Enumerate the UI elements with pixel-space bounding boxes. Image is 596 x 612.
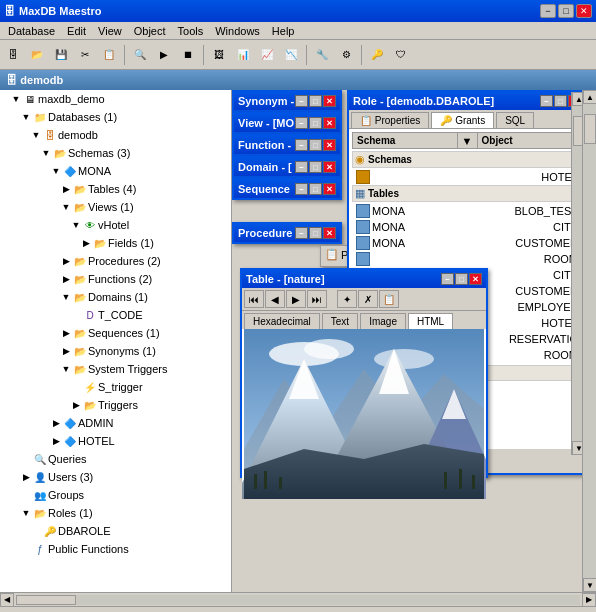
toolbar-btn-12[interactable]: 📉 [280, 44, 302, 66]
tree-scroll[interactable]: ▼ 🖥 maxdb_demo ▼ 📁 Databases (1) ▼ 🗄 dem… [0, 90, 231, 592]
expand-roles[interactable]: ▼ [20, 507, 32, 519]
tree-item-hotel[interactable]: ▶ 🔷 HOTEL [0, 432, 231, 450]
close-button[interactable]: ✕ [576, 4, 592, 18]
tree-item-roles[interactable]: ▼ 📂 Roles (1) [0, 504, 231, 522]
view-min-btn[interactable]: − [295, 117, 308, 129]
expand-queries[interactable] [20, 453, 32, 465]
right-scroll-up[interactable]: ▲ [583, 90, 596, 104]
expand-functions[interactable]: ▶ [60, 273, 72, 285]
function-min-btn[interactable]: − [295, 139, 308, 151]
right-scroll-down[interactable]: ▼ [583, 578, 596, 592]
tab-grants[interactable]: 🔑 Grants [431, 112, 494, 128]
toolbar-btn-11[interactable]: 📈 [256, 44, 278, 66]
sequence-min-btn[interactable]: − [295, 183, 308, 195]
right-scroll-thumb[interactable] [584, 114, 596, 144]
toolbar-btn-16[interactable]: 🛡 [390, 44, 412, 66]
expand-views[interactable]: ▼ [60, 201, 72, 213]
table-close-btn[interactable]: ✕ [469, 273, 482, 285]
expand-domains[interactable]: ▼ [60, 291, 72, 303]
expand-systrig[interactable]: ▼ [60, 363, 72, 375]
scroll-left-btn[interactable]: ◀ [0, 593, 14, 607]
tree-item-domains[interactable]: ▼ 📂 Domains (1) [0, 288, 231, 306]
tree-item-schemas[interactable]: ▼ 📂 Schemas (3) [0, 144, 231, 162]
tree-item-queries[interactable]: 🔍 Queries [0, 450, 231, 468]
tree-item-vhotel[interactable]: ▼ 👁 vHotel [0, 216, 231, 234]
tree-item-s-trigger[interactable]: ⚡ S_trigger [0, 378, 231, 396]
tree-item-admin[interactable]: ▶ 🔷 ADMIN [0, 414, 231, 432]
synonym-min-btn[interactable]: − [295, 95, 308, 107]
expand-sequences[interactable]: ▶ [60, 327, 72, 339]
tree-item-triggers[interactable]: ▶ 📂 Triggers [0, 396, 231, 414]
tree-item-databases[interactable]: ▼ 📁 Databases (1) [0, 108, 231, 126]
tree-item-users[interactable]: ▶ 👤 Users (3) [0, 468, 231, 486]
table-min-btn[interactable]: − [441, 273, 454, 285]
expand-triggers[interactable]: ▶ [70, 399, 82, 411]
schemas-section-header[interactable]: ◉ Schemas [352, 151, 582, 168]
toolbar-btn-5[interactable]: 📋 [98, 44, 120, 66]
expand-users[interactable]: ▶ [20, 471, 32, 483]
toolbar-btn-7[interactable]: ▶ [153, 44, 175, 66]
table-max-btn[interactable]: □ [455, 273, 468, 285]
tab-hexadecimal[interactable]: Hexadecimal [244, 313, 320, 329]
scroll-track-h[interactable] [16, 595, 580, 605]
role-max-btn[interactable]: □ [554, 95, 567, 107]
tab-sql[interactable]: SQL [496, 112, 534, 128]
tree-item-systrig[interactable]: ▼ 📂 System Triggers [0, 360, 231, 378]
toolbar-btn-13[interactable]: 🔧 [311, 44, 333, 66]
tree-item-pubfuncs[interactable]: ƒ Public Functions [0, 540, 231, 558]
tree-item-tables[interactable]: ▶ 📂 Tables (4) [0, 180, 231, 198]
expand-demodb[interactable]: ▼ [30, 129, 42, 141]
tab-html[interactable]: HTML [408, 313, 453, 329]
tree-item-sequences[interactable]: ▶ 📂 Sequences (1) [0, 324, 231, 342]
expand-dbarole[interactable] [30, 525, 42, 537]
domain-max-btn[interactable]: □ [309, 161, 322, 173]
minimize-button[interactable]: − [540, 4, 556, 18]
tree-item-mona[interactable]: ▼ 🔷 MONA [0, 162, 231, 180]
tab-image[interactable]: Image [360, 313, 406, 329]
tree-item-procedures[interactable]: ▶ 📂 Procedures (2) [0, 252, 231, 270]
toolbar-btn-2[interactable]: 📂 [26, 44, 48, 66]
nav-next-btn[interactable]: ▶ [286, 290, 306, 308]
synonym-close-btn[interactable]: ✕ [323, 95, 336, 107]
procedure-min-btn[interactable]: − [295, 227, 308, 239]
tree-item-groups[interactable]: 👥 Groups [0, 486, 231, 504]
menu-object[interactable]: Object [128, 24, 172, 38]
toolbar-btn-10[interactable]: 📊 [232, 44, 254, 66]
toolbar-btn-6[interactable]: 🔍 [129, 44, 151, 66]
tab-properties[interactable]: 📋 Properties [351, 112, 429, 128]
tree-item-demodb[interactable]: ▼ 🗄 demodb [0, 126, 231, 144]
toolbar-btn-9[interactable]: 🖼 [208, 44, 230, 66]
tree-item-fields[interactable]: ▶ 📂 Fields (1) [0, 234, 231, 252]
expand-admin[interactable]: ▶ [50, 417, 62, 429]
expand-procedures[interactable]: ▶ [60, 255, 72, 267]
synonym-max-btn[interactable]: □ [309, 95, 322, 107]
procedure-close-btn[interactable]: ✕ [323, 227, 336, 239]
view-close-btn[interactable]: ✕ [323, 117, 336, 129]
tree-item-functions[interactable]: ▶ 📂 Functions (2) [0, 270, 231, 288]
scroll-thumb-h[interactable] [16, 595, 76, 605]
tables-section-header[interactable]: ▦ Tables [352, 185, 582, 202]
toolbar-btn-3[interactable]: 💾 [50, 44, 72, 66]
view-max-btn[interactable]: □ [309, 117, 322, 129]
expand-hotel[interactable]: ▶ [50, 435, 62, 447]
nav-copy-btn[interactable]: 📋 [379, 290, 399, 308]
expand-s-trigger[interactable] [70, 381, 82, 393]
nav-last-btn[interactable]: ⏭ [307, 290, 327, 308]
expand-schemas[interactable]: ▼ [40, 147, 52, 159]
function-close-btn[interactable]: ✕ [323, 139, 336, 151]
expand-groups[interactable] [20, 489, 32, 501]
expand-tables[interactable]: ▶ [60, 183, 72, 195]
expand-mona[interactable]: ▼ [50, 165, 62, 177]
toolbar-btn-8[interactable]: ⏹ [177, 44, 199, 66]
expand-synonyms[interactable]: ▶ [60, 345, 72, 357]
expand-root[interactable]: ▼ [10, 93, 22, 105]
nav-first-btn[interactable]: ⏮ [244, 290, 264, 308]
menu-help[interactable]: Help [266, 24, 301, 38]
tree-item-root[interactable]: ▼ 🖥 maxdb_demo [0, 90, 231, 108]
menu-view[interactable]: View [92, 24, 128, 38]
tree-item-views[interactable]: ▼ 📂 Views (1) [0, 198, 231, 216]
maximize-button[interactable]: □ [558, 4, 574, 18]
sequence-close-btn[interactable]: ✕ [323, 183, 336, 195]
toolbar-btn-1[interactable]: 🗄 [2, 44, 24, 66]
expand-vhotel[interactable]: ▼ [70, 219, 82, 231]
